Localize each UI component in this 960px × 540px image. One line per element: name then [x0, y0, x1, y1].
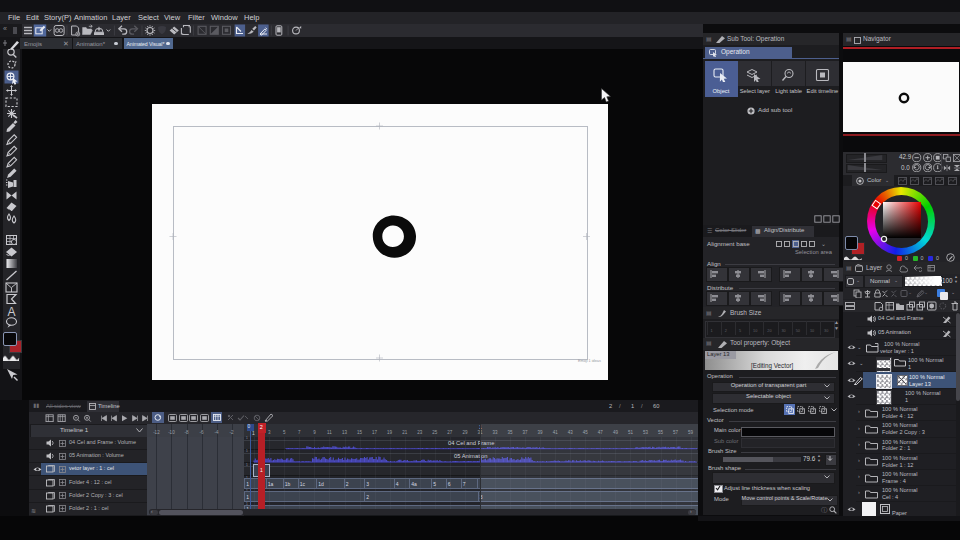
svg-text:Emoji 1 ideas: Emoji 1 ideas	[578, 359, 601, 363]
svg-text:A: A	[7, 305, 15, 319]
